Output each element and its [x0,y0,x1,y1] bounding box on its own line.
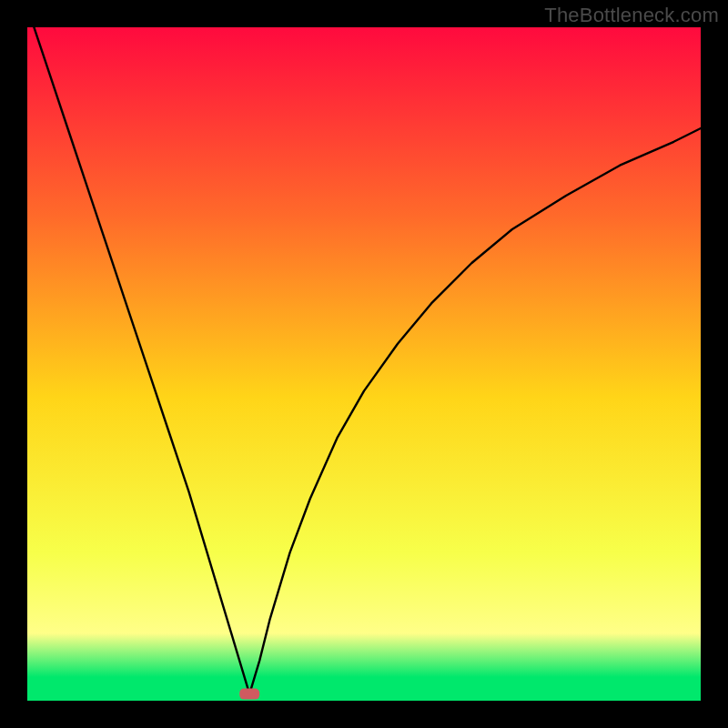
plot-area [27,27,701,701]
watermark-text: TheBottleneck.com [544,4,719,27]
chart-frame: TheBottleneck.com [0,0,728,728]
chart-svg [27,27,701,701]
gradient-background [27,27,701,701]
bottleneck-marker [239,689,259,700]
